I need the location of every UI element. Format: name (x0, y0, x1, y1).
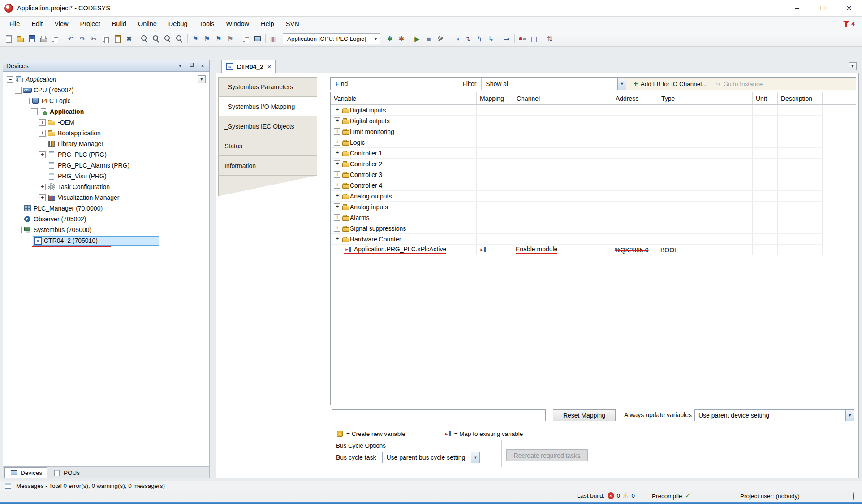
menu-window[interactable]: Window (220, 18, 255, 30)
tab-information[interactable]: Information (218, 156, 317, 176)
expand-icon[interactable]: + (334, 139, 340, 146)
tree-item-ctr04-2[interactable]: CTR04_2 (705010) (3, 235, 209, 246)
step-over-icon[interactable]: ⇥ (450, 33, 462, 45)
clean-icon[interactable]: ✱ (396, 33, 407, 45)
close-icon[interactable]: × (836, 0, 862, 16)
column-variable[interactable]: Variable (331, 92, 477, 104)
menu-svn[interactable]: SVN (280, 18, 305, 30)
copy-icon[interactable] (100, 33, 112, 45)
tree-item-prg-plc-alarms[interactable]: PRG_PLC_Alarms (PRG) (3, 160, 209, 171)
io-group-row[interactable]: +Alarms (331, 212, 856, 223)
io-group-row[interactable]: +Limit monitoring (331, 126, 856, 137)
breakpoints-list-icon[interactable] (517, 33, 528, 45)
tree-item-prg-plc[interactable]: +PRG_PLC (PRG) (3, 149, 209, 160)
expand-icon[interactable]: + (334, 214, 340, 221)
bookmark-next-icon[interactable]: ⚑ (201, 33, 213, 45)
tree-item-plc-manager[interactable]: PLC_Manager (70.0000) (3, 203, 209, 214)
search-icon[interactable] (139, 33, 151, 45)
compare-editor-icon[interactable] (240, 33, 252, 45)
maximize-icon[interactable]: □ (810, 0, 836, 16)
collapse-icon[interactable]: − (31, 108, 38, 115)
devices-panel-header[interactable]: Devices ▼ × (3, 60, 210, 72)
tree-item-plc-logic[interactable]: −PLC Logic (3, 95, 209, 106)
tree-item-application-root[interactable]: −Application▼ (3, 74, 209, 85)
expand-icon[interactable]: + (39, 194, 46, 201)
tree-item-systembus[interactable]: −Systembus (705000) (3, 224, 209, 235)
tree-item-bootapplication[interactable]: +Bootapplication (3, 128, 209, 138)
bookmarks-clear-icon[interactable]: ⚑ (224, 33, 236, 45)
open-project-icon[interactable] (14, 33, 26, 45)
paste-icon[interactable] (112, 33, 123, 45)
start-icon[interactable]: ▶ (411, 33, 423, 45)
global-search-icon[interactable] (162, 33, 174, 45)
io-group-row[interactable]: +Controller 4 (331, 180, 856, 191)
save-icon[interactable] (26, 33, 38, 45)
expand-icon[interactable]: + (334, 107, 340, 113)
mapping-filter-input[interactable] (332, 409, 546, 421)
expand-icon[interactable]: + (334, 117, 340, 124)
notification-flag[interactable]: 4 (843, 20, 855, 27)
step-into-icon[interactable]: ↴ (462, 33, 474, 45)
menu-edit[interactable]: Edit (26, 18, 48, 30)
menu-debug[interactable]: Debug (163, 18, 194, 30)
tree-quick-menu-icon[interactable]: ▼ (198, 75, 206, 83)
expand-icon[interactable]: + (334, 150, 340, 156)
stop-icon[interactable]: ■ (423, 33, 435, 45)
globe-icon[interactable] (853, 493, 854, 500)
show-next-statement-icon[interactable]: ⇒ (501, 33, 513, 45)
collapse-icon[interactable]: − (7, 76, 13, 83)
add-fb-button[interactable]: +Add FB for IO Channel... (630, 79, 710, 89)
device-grid-icon[interactable]: ▦ (267, 33, 279, 45)
io-group-row[interactable]: +Analog inputs (331, 202, 856, 212)
column-mapping[interactable]: Mapping (477, 92, 513, 104)
collapse-icon[interactable]: − (23, 98, 30, 104)
menu-online[interactable]: Online (132, 18, 163, 30)
io-group-row[interactable]: +Digital inputs (331, 105, 856, 116)
search-next-icon[interactable] (151, 33, 162, 45)
reset-mapping-button[interactable]: Reset Mapping (553, 409, 616, 421)
cut-icon[interactable]: ✂ (88, 33, 100, 45)
bookmark-toggle-icon[interactable]: ⚑ (190, 33, 201, 45)
expand-icon[interactable]: + (334, 225, 340, 232)
tab-devices[interactable]: Devices (4, 467, 47, 478)
print-preview-icon[interactable] (49, 33, 61, 45)
io-group-row[interactable]: +Controller 2 (331, 159, 856, 169)
expand-icon[interactable]: + (39, 130, 46, 137)
column-description[interactable]: Description (778, 92, 823, 104)
panel-menu-icon[interactable]: ▼ (177, 62, 184, 69)
menu-help[interactable]: Help (255, 18, 280, 30)
expand-icon[interactable]: + (334, 171, 340, 178)
io-group-row[interactable]: +Analog outputs (331, 191, 856, 202)
active-application-select[interactable]: Application [CPU: PLC Logic] ▼ (283, 33, 380, 44)
flow-control-icon[interactable]: ▤ (528, 33, 540, 45)
menu-file[interactable]: File (4, 18, 26, 30)
expand-icon[interactable]: + (334, 182, 340, 189)
io-mapped-row[interactable]: Application.PRG_PLC.xPlcActive Enable mo… (331, 245, 856, 255)
delete-icon[interactable]: ✖ (123, 33, 135, 45)
find-input[interactable] (353, 78, 457, 90)
expand-icon[interactable]: + (39, 119, 46, 126)
io-group-row[interactable]: +Signal suppressions (331, 223, 856, 234)
step-out-icon[interactable]: ↰ (474, 33, 485, 45)
menu-build[interactable]: Build (106, 18, 132, 30)
collapse-icon[interactable]: − (15, 227, 22, 233)
expand-icon[interactable]: + (39, 184, 46, 190)
tab-pous[interactable]: POUs (47, 467, 85, 478)
always-update-select[interactable]: Use parent device setting ▼ (694, 409, 854, 421)
expand-icon[interactable]: + (334, 203, 340, 210)
pin-icon[interactable] (188, 62, 195, 69)
redo-icon[interactable]: ↷ (77, 33, 88, 45)
expand-icon[interactable]: + (334, 160, 340, 167)
expand-icon[interactable]: + (334, 236, 340, 242)
tree-item-visualization-manager[interactable]: +Visualization Manager (3, 192, 209, 203)
go-to-instance-button[interactable]: ↪Go to Instance (712, 79, 767, 89)
tab-systembus-parameters[interactable]: _Systembus Parameters (218, 77, 317, 97)
expand-icon[interactable]: + (334, 128, 340, 135)
io-group-row[interactable]: +Controller 3 (331, 169, 856, 180)
tree-item-library-manager[interactable]: Library Manager (3, 138, 209, 149)
minimize-icon[interactable]: – (784, 0, 810, 16)
io-group-row[interactable]: +Hardware Counter (331, 234, 856, 245)
recreate-required-tasks-button[interactable]: Recreate required tasks (506, 449, 588, 461)
tree-item-prg-visu[interactable]: PRG_Visu (PRG) (3, 171, 209, 181)
expand-icon[interactable]: + (39, 151, 46, 158)
